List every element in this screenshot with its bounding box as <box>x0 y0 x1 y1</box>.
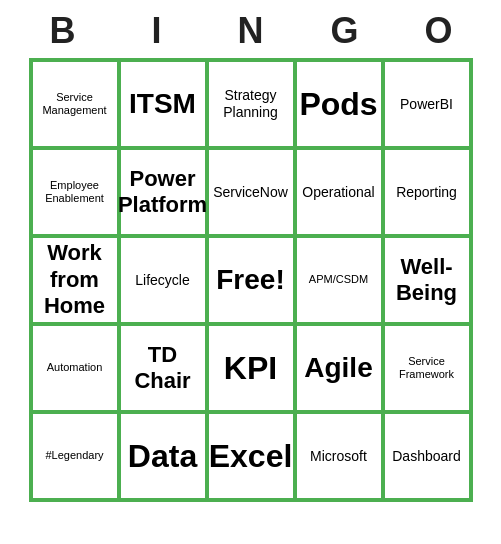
bingo-cell-24: Dashboard <box>383 412 471 500</box>
bingo-cell-text-13: APM/CSDM <box>309 273 368 286</box>
bingo-cell-21: Data <box>119 412 207 500</box>
bingo-cell-text-18: Agile <box>304 351 372 385</box>
bingo-cell-text-8: Operational <box>302 184 374 201</box>
bingo-header: BINGO <box>16 10 486 52</box>
bingo-cell-text-0: Service Management <box>37 91 113 117</box>
bingo-cell-text-21: Data <box>128 437 197 475</box>
bingo-cell-0: Service Management <box>31 60 119 148</box>
bingo-cell-text-14: Well-Being <box>389 254 465 307</box>
bingo-cell-text-15: Automation <box>47 361 103 374</box>
bingo-grid: Service ManagementITSMStrategy PlanningP… <box>29 58 473 502</box>
bingo-cell-16: TD Chair <box>119 324 207 412</box>
bingo-cell-text-12: Free! <box>216 263 284 297</box>
bingo-letter-I: I <box>113 10 201 52</box>
bingo-cell-text-23: Microsoft <box>310 448 367 465</box>
bingo-cell-4: PowerBI <box>383 60 471 148</box>
bingo-letter-G: G <box>301 10 389 52</box>
bingo-cell-5: Employee Enablement <box>31 148 119 236</box>
bingo-cell-20: #Legendary <box>31 412 119 500</box>
bingo-cell-text-16: TD Chair <box>125 342 201 395</box>
bingo-cell-6: Power Platform <box>119 148 207 236</box>
bingo-cell-text-20: #Legendary <box>45 449 103 462</box>
bingo-cell-text-7: ServiceNow <box>213 184 288 201</box>
bingo-letter-N: N <box>207 10 295 52</box>
bingo-cell-10: Work from Home <box>31 236 119 324</box>
bingo-cell-13: APM/CSDM <box>295 236 383 324</box>
bingo-cell-1: ITSM <box>119 60 207 148</box>
bingo-cell-text-4: PowerBI <box>400 96 453 113</box>
bingo-cell-2: Strategy Planning <box>207 60 295 148</box>
bingo-cell-17: KPI <box>207 324 295 412</box>
bingo-cell-text-5: Employee Enablement <box>37 179 113 205</box>
bingo-cell-3: Pods <box>295 60 383 148</box>
bingo-cell-8: Operational <box>295 148 383 236</box>
bingo-cell-text-2: Strategy Planning <box>213 87 289 121</box>
bingo-cell-9: Reporting <box>383 148 471 236</box>
bingo-cell-text-1: ITSM <box>129 87 196 121</box>
bingo-cell-text-17: KPI <box>224 349 277 387</box>
bingo-cell-23: Microsoft <box>295 412 383 500</box>
bingo-cell-7: ServiceNow <box>207 148 295 236</box>
bingo-cell-text-3: Pods <box>299 85 377 123</box>
bingo-cell-12: Free! <box>207 236 295 324</box>
bingo-letter-O: O <box>395 10 483 52</box>
bingo-cell-text-10: Work from Home <box>37 240 113 319</box>
bingo-cell-text-24: Dashboard <box>392 448 461 465</box>
bingo-cell-22: Excel <box>207 412 295 500</box>
bingo-cell-text-6: Power Platform <box>118 166 207 219</box>
bingo-cell-14: Well-Being <box>383 236 471 324</box>
bingo-letter-B: B <box>19 10 107 52</box>
bingo-cell-11: Lifecycle <box>119 236 207 324</box>
bingo-cell-15: Automation <box>31 324 119 412</box>
bingo-cell-text-19: Service Framework <box>389 355 465 381</box>
bingo-cell-19: Service Framework <box>383 324 471 412</box>
bingo-cell-text-11: Lifecycle <box>135 272 189 289</box>
bingo-cell-18: Agile <box>295 324 383 412</box>
bingo-cell-text-9: Reporting <box>396 184 457 201</box>
bingo-cell-text-22: Excel <box>209 437 293 475</box>
